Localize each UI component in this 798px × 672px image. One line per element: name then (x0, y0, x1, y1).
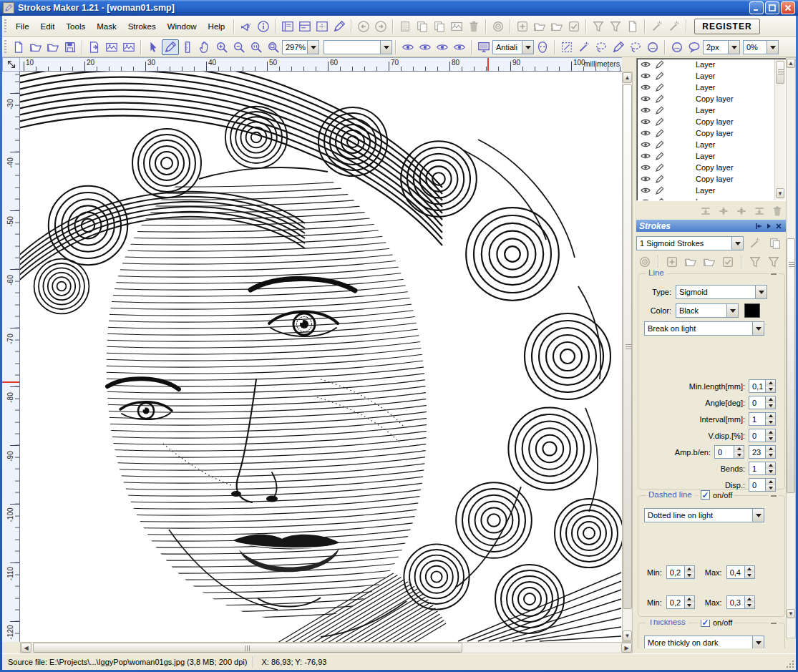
view-layer-icon[interactable] (434, 39, 451, 55)
add-stroke-icon[interactable] (514, 19, 531, 34)
panel-close-icon[interactable] (774, 221, 784, 230)
menu-file[interactable]: File (10, 19, 35, 34)
collapse-thickness-group-button[interactable] (769, 620, 779, 626)
layer-move-bottom-icon[interactable] (751, 205, 767, 218)
spinner-buttons[interactable] (684, 566, 694, 578)
fill-icon[interactable] (448, 19, 465, 34)
export-image-icon[interactable] (86, 39, 103, 55)
title-bar[interactable]: Strokes Maker 1.21 - [woman01.smp] (0, 0, 798, 16)
layer-row[interactable]: Layer (637, 59, 786, 70)
scroll-right-icon[interactable]: ▶ (621, 643, 632, 653)
stroke-filter-icon[interactable] (746, 254, 764, 270)
amp-spinner[interactable]: 0 (714, 445, 744, 459)
spinner-buttons[interactable] (765, 396, 775, 409)
mask-lasso2-icon[interactable] (627, 39, 644, 55)
resize-grip[interactable] (785, 659, 794, 668)
menu-edit[interactable]: Edit (35, 19, 61, 34)
close-button[interactable] (781, 1, 795, 14)
layer-row[interactable]: Layer (637, 82, 786, 93)
ruler-corner[interactable] (2, 57, 20, 72)
delete-icon[interactable] (465, 19, 482, 34)
zoom-level-combo[interactable]: 297% (282, 40, 319, 54)
menu-strokes[interactable]: Strokes (122, 19, 162, 34)
zoom-in-icon[interactable] (213, 39, 230, 55)
hand-tool-icon[interactable] (196, 39, 213, 55)
apply-icon[interactable] (565, 19, 583, 34)
type-combo-arrow[interactable] (755, 286, 767, 298)
layer-row[interactable]: Copy layer (637, 93, 786, 104)
menu-help[interactable]: Help (203, 19, 231, 34)
zoom-combo-arrow[interactable] (307, 41, 318, 54)
convert-image2-icon[interactable] (120, 39, 137, 55)
pen-size-arrow[interactable] (728, 41, 739, 54)
mask-ellipse-icon[interactable] (644, 39, 661, 55)
view-page-icon[interactable] (417, 39, 434, 55)
canvas-horizontal-scrollbar[interactable]: ◀ ▶ (20, 642, 633, 653)
spinner-buttons[interactable] (765, 462, 775, 474)
layer-row[interactable]: Layer (637, 196, 786, 201)
panel-scroll-up-icon[interactable]: ▲ (787, 59, 795, 68)
stroke-max-spinner[interactable]: 0,4 (726, 565, 755, 579)
break-mode-arrow[interactable] (752, 322, 764, 335)
stroke-target-icon[interactable] (636, 254, 653, 270)
layer-row[interactable]: Copy layer (637, 116, 786, 127)
opacity-combo[interactable]: 0% (743, 40, 779, 54)
layer-row[interactable]: Copy layer (637, 162, 786, 173)
strokes-panel-titlebar[interactable]: Strokes (636, 220, 787, 232)
layer-move-down-icon[interactable] (734, 205, 749, 218)
filter2-icon[interactable] (607, 19, 624, 34)
hint-icon[interactable] (238, 19, 255, 34)
scroll-down-icon[interactable]: ▼ (623, 630, 632, 641)
measure-tool-icon[interactable] (179, 39, 196, 55)
min-length-spinner[interactable]: 0,1 (749, 379, 776, 393)
mask-wand-icon[interactable] (575, 39, 593, 55)
vdisp-spinner[interactable]: 0 (749, 429, 776, 442)
spinner-buttons[interactable] (765, 380, 775, 392)
mask-face-icon[interactable] (534, 39, 551, 55)
preset-import-icon[interactable] (746, 235, 764, 251)
thickness-mode-combo[interactable]: More thickly on dark (644, 636, 764, 648)
stroke-pen-tool-icon[interactable] (162, 39, 179, 55)
paste-icon[interactable] (431, 19, 448, 34)
layers-panel-icon[interactable] (279, 19, 296, 34)
strokes-panel-icon[interactable] (296, 19, 313, 34)
layers-scroll-thumb[interactable] (776, 61, 784, 84)
edit-mode-icon[interactable] (331, 19, 348, 34)
preview-icon[interactable] (475, 39, 492, 55)
dotted-mode-arrow[interactable] (752, 509, 764, 522)
layers-list-scrollbar[interactable]: ▼ (774, 59, 785, 200)
preset-quick-combo[interactable] (323, 40, 392, 54)
break-mode-combo[interactable]: Break on light (644, 321, 764, 336)
panel-scroll-down-icon[interactable]: ▼ (787, 609, 795, 618)
info-icon[interactable] (255, 19, 272, 34)
register-button[interactable]: REGISTER (694, 19, 759, 34)
preset-quick-arrow[interactable] (380, 41, 391, 54)
menu-tools[interactable]: Tools (60, 19, 91, 34)
preset-copy-icon[interactable] (767, 235, 784, 251)
color-combo[interactable]: Black (676, 303, 739, 318)
view-add-icon[interactable] (451, 39, 468, 55)
spinner-buttons[interactable] (765, 479, 775, 491)
thickness-onoff-checkbox[interactable]: ✓ (701, 620, 710, 627)
menu-mask[interactable]: Mask (91, 19, 122, 34)
stroke-open-icon[interactable] (682, 254, 699, 270)
menu-window[interactable]: Window (162, 19, 203, 34)
zoom-fit-icon[interactable] (265, 39, 282, 55)
scroll-up-icon[interactable]: ▲ (623, 72, 632, 83)
redo-icon[interactable] (372, 19, 389, 34)
brush-shape-icon[interactable] (668, 39, 686, 55)
stroke-preset-combo[interactable]: 1 Sigmoid Strokes (636, 236, 744, 250)
copy-icon[interactable] (414, 19, 431, 34)
mask-lasso-icon[interactable] (593, 39, 610, 55)
dashed-onoff-checkbox[interactable]: ✓ (701, 490, 710, 500)
layer-row[interactable]: Layer (637, 185, 786, 196)
antialias-combo[interactable]: Antiali (492, 40, 534, 54)
layer-row[interactable]: Layer (637, 104, 786, 116)
layer-row[interactable]: Layer (637, 70, 786, 82)
canvas-artwork[interactable] (20, 72, 622, 642)
layers-list[interactable]: Layer Layer Layer Copy layer Layer Copy … (636, 58, 787, 201)
minimize-button[interactable] (749, 1, 764, 14)
antialias-arrow[interactable] (522, 41, 533, 54)
color-swatch[interactable] (744, 303, 760, 318)
canvas-vertical-scrollbar[interactable]: ▲ ▼ (622, 72, 633, 642)
